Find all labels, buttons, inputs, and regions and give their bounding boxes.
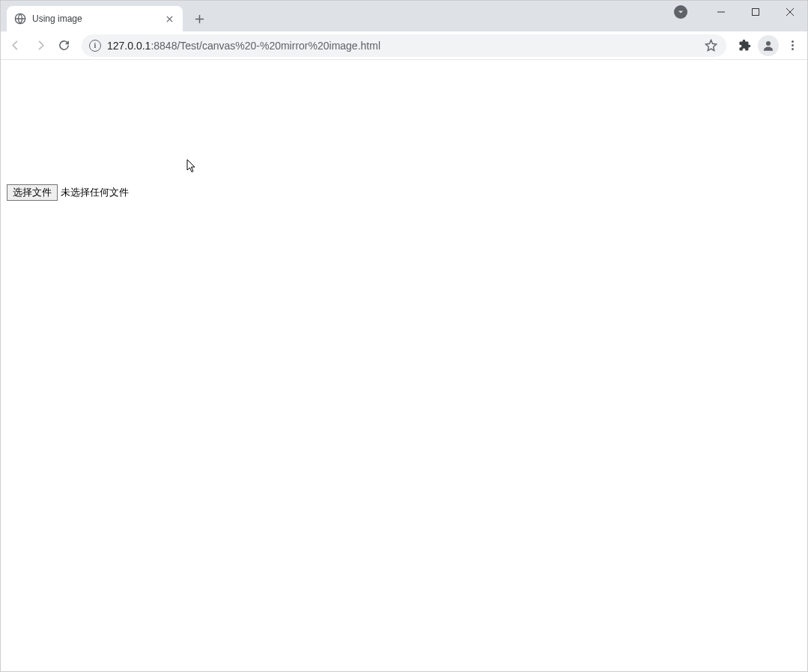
tab-title: Using image xyxy=(32,13,157,24)
svg-rect-1 xyxy=(753,9,759,16)
canvas-element xyxy=(7,66,231,178)
window-minimize-button[interactable] xyxy=(704,1,738,23)
url-host: 127.0.0.1 xyxy=(107,40,151,52)
nav-back-button[interactable] xyxy=(5,35,26,56)
extensions-icon[interactable] xyxy=(734,35,755,56)
globe-icon xyxy=(14,13,26,25)
nav-forward-button[interactable] xyxy=(29,35,50,56)
page-viewport: 选择文件 未选择任何文件 xyxy=(1,66,807,672)
profile-avatar-button[interactable] xyxy=(758,35,779,56)
nav-reload-button[interactable] xyxy=(53,35,74,56)
window-controls xyxy=(674,1,807,23)
tab-close-icon[interactable] xyxy=(163,13,175,25)
window-maximize-button[interactable] xyxy=(738,1,773,23)
url-text: 127.0.0.1:8848/Test/canvas%20-%20mirror%… xyxy=(107,40,380,52)
browser-tab-active[interactable]: Using image xyxy=(7,6,183,31)
window-close-button[interactable] xyxy=(773,1,807,23)
file-status-text: 未选择任何文件 xyxy=(61,186,129,199)
browser-toolbar: i 127.0.0.1:8848/Test/canvas%20-%20mirro… xyxy=(1,31,807,60)
browser-titlebar: Using image xyxy=(1,1,807,31)
url-path: /Test/canvas%20-%20mirror%20image.html xyxy=(177,40,380,52)
file-input[interactable]: 选择文件 未选择任何文件 xyxy=(7,184,807,201)
search-tabs-icon[interactable] xyxy=(674,5,687,19)
new-tab-button[interactable] xyxy=(189,8,210,29)
address-bar[interactable]: i 127.0.0.1:8848/Test/canvas%20-%20mirro… xyxy=(82,34,726,57)
url-port: :8848 xyxy=(151,40,177,52)
site-info-icon[interactable]: i xyxy=(89,40,101,52)
bookmark-star-icon[interactable] xyxy=(705,39,717,52)
svg-point-2 xyxy=(766,41,771,46)
choose-file-button[interactable]: 选择文件 xyxy=(7,184,58,201)
browser-menu-button[interactable] xyxy=(782,35,803,56)
